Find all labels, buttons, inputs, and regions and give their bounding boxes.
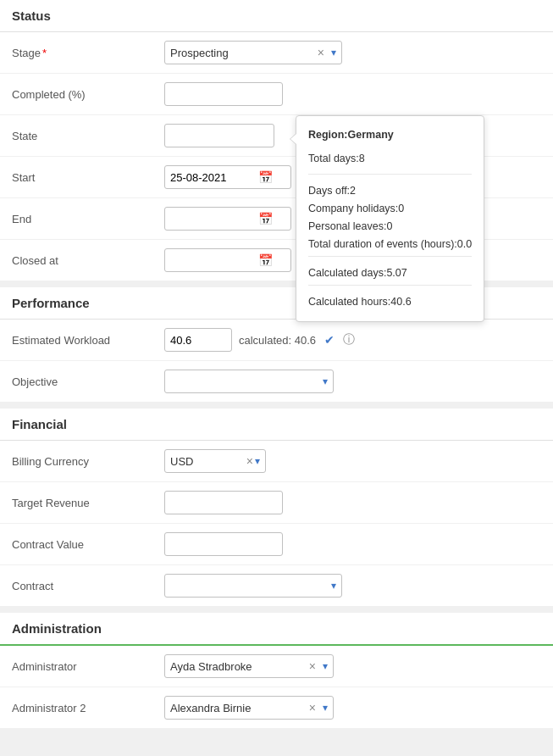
completed-label: Completed (%) xyxy=(12,88,164,101)
closed-at-calendar-icon[interactable]: 📅 xyxy=(258,253,273,267)
start-calendar-icon[interactable]: 📅 xyxy=(258,170,273,184)
administrator2-select[interactable]: Alexandra Birnie × ▾ xyxy=(164,696,334,720)
start-date-input[interactable] xyxy=(170,171,255,184)
administrator-selected-text: Ayda Stradbroke xyxy=(170,660,306,673)
tooltip-calc-days: Calculated days:5.07 xyxy=(308,264,472,281)
administrator-select[interactable]: Ayda Stradbroke × ▾ xyxy=(164,654,334,678)
estimated-workload-row: Estimated Workload calculated: 40.6 ✔ ⓘ xyxy=(0,320,553,361)
administrator-value: Ayda Stradbroke × ▾ xyxy=(164,654,541,678)
contract-label: Contract xyxy=(12,580,164,592)
administrator2-selected-text: Alexandra Birnie xyxy=(170,702,306,714)
start-label: Start xyxy=(12,171,164,184)
administrator-row: Administrator Ayda Stradbroke × ▾ xyxy=(0,646,553,687)
tooltip-total-days: Total days:8 xyxy=(308,150,472,167)
end-date-input[interactable] xyxy=(170,213,255,225)
administrator-clear-btn[interactable]: × xyxy=(306,659,319,673)
end-calendar-icon[interactable]: 📅 xyxy=(258,212,273,225)
administrator2-dropdown-arrow[interactable]: ▾ xyxy=(319,702,328,714)
billing-currency-label: Billing Currency xyxy=(12,455,164,468)
administrator2-row: Administrator 2 Alexandra Birnie × ▾ xyxy=(0,687,553,728)
performance-section-body: Estimated Workload calculated: 40.6 ✔ ⓘ … xyxy=(0,320,553,402)
objective-dropdown-arrow[interactable]: ▾ xyxy=(323,375,328,387)
billing-currency-value: USD × ▾ xyxy=(164,449,541,473)
status-section: Status Stage* Prospecting × ▾ Completed … xyxy=(0,0,553,281)
completed-input[interactable] xyxy=(164,82,283,106)
administration-section-title: Administration xyxy=(0,613,553,646)
stage-clear-btn[interactable]: × xyxy=(314,46,328,59)
info-icon[interactable]: ⓘ xyxy=(343,332,355,347)
tooltip-arrow xyxy=(290,133,296,145)
tooltip-details: Days off:2 Company holidays:0 Personal l… xyxy=(308,174,472,253)
tooltip-calc-hours: Calculated hours:40.6 xyxy=(308,293,472,310)
billing-currency-select[interactable]: USD × ▾ xyxy=(164,449,266,473)
stage-dropdown-arrow[interactable]: ▾ xyxy=(328,47,336,58)
status-section-title: Status xyxy=(0,0,553,32)
billing-currency-row: Billing Currency USD × ▾ xyxy=(0,441,553,482)
stage-label: Stage* xyxy=(12,47,164,59)
target-revenue-value xyxy=(164,491,541,514)
administrator2-clear-btn[interactable]: × xyxy=(306,701,319,714)
end-label: End xyxy=(12,213,164,225)
objective-label: Objective xyxy=(12,375,164,388)
stage-select[interactable]: Prospecting × ▾ xyxy=(164,41,342,64)
target-revenue-label: Target Revenue xyxy=(12,497,164,509)
completed-field-value xyxy=(164,82,541,106)
state-input[interactable] xyxy=(164,124,274,147)
contract-row: Contract ▾ xyxy=(0,565,553,606)
financial-section-title: Financial xyxy=(0,409,553,441)
status-section-body: Stage* Prospecting × ▾ Completed (%) xyxy=(0,32,553,281)
objective-row: Objective ▾ xyxy=(0,361,553,402)
financial-section: Financial Billing Currency USD × ▾ Targe… xyxy=(0,409,553,606)
estimated-workload-label: Estimated Workload xyxy=(12,334,164,347)
currency-dropdown-arrow[interactable]: ▾ xyxy=(255,455,260,467)
closed-at-label: Closed at xyxy=(12,254,164,267)
administration-section: Administration Administrator Ayda Stradb… xyxy=(0,613,553,728)
state-label: State xyxy=(12,130,164,142)
contract-value-input[interactable] xyxy=(164,532,283,556)
stage-select-wrap: Prospecting × ▾ xyxy=(164,41,342,64)
tooltip-days-off: Days off:2 xyxy=(308,182,472,199)
administrator-dropdown-arrow[interactable]: ▾ xyxy=(319,660,328,672)
stage-field-value: Prospecting × ▾ xyxy=(164,41,541,64)
tooltip-popup: Region:Germany Total days:8 Days off:2 C… xyxy=(296,115,484,322)
tooltip-region: Region:Germany xyxy=(308,126,472,143)
administration-section-body: Administrator Ayda Stradbroke × ▾ Admini… xyxy=(0,646,553,728)
currency-selected-text: USD xyxy=(170,455,245,468)
start-date-wrap: 📅 xyxy=(164,165,291,189)
target-revenue-input[interactable] xyxy=(164,491,283,514)
tooltip-calculated-hours: Calculated hours:40.6 xyxy=(308,285,472,310)
stage-selected-text: Prospecting xyxy=(170,47,314,59)
administrator2-value: Alexandra Birnie × ▾ xyxy=(164,696,541,720)
end-date-wrap: 📅 xyxy=(164,207,291,231)
contract-value-label: Contract Value xyxy=(12,538,164,551)
target-revenue-row: Target Revenue xyxy=(0,482,553,524)
tooltip-calculated: Calculated days:5.07 xyxy=(308,256,472,281)
contract-value-value xyxy=(164,532,541,556)
workload-wrap: calculated: 40.6 ✔ ⓘ xyxy=(164,328,541,352)
objective-field-value: ▾ xyxy=(164,370,541,393)
state-field-row: State Region:Germany Total days:8 Days o… xyxy=(0,115,553,157)
closed-at-date-input[interactable] xyxy=(170,254,255,267)
administrator-label: Administrator xyxy=(12,660,164,673)
currency-clear-btn[interactable]: × xyxy=(245,454,255,468)
contract-field-value: ▾ xyxy=(164,574,541,598)
contract-select[interactable]: ▾ xyxy=(164,574,342,598)
stage-required-star: * xyxy=(42,47,47,59)
state-field-value: Region:Germany Total days:8 Days off:2 C… xyxy=(164,124,541,147)
contract-dropdown-arrow[interactable]: ▾ xyxy=(331,580,336,592)
completed-field-row: Completed (%) xyxy=(0,74,553,115)
estimated-workload-input[interactable] xyxy=(164,328,232,352)
tooltip-total-duration: Total duration of events (hours):0.0 xyxy=(308,236,472,253)
tooltip-personal-leaves: Personal leaves:0 xyxy=(308,218,472,235)
tooltip-company-holidays: Company holidays:0 xyxy=(308,200,472,217)
stage-field-row: Stage* Prospecting × ▾ xyxy=(0,32,553,74)
check-icon: ✔ xyxy=(324,333,335,347)
administrator2-label: Administrator 2 xyxy=(12,702,164,714)
contract-value-row: Contract Value xyxy=(0,524,553,565)
calculated-label: calculated: 40.6 xyxy=(239,334,316,347)
closed-at-date-wrap: 📅 xyxy=(164,248,291,272)
estimated-workload-value: calculated: 40.6 ✔ ⓘ xyxy=(164,328,541,352)
objective-select[interactable]: ▾ xyxy=(164,370,334,393)
financial-section-body: Billing Currency USD × ▾ Target Revenue … xyxy=(0,441,553,606)
